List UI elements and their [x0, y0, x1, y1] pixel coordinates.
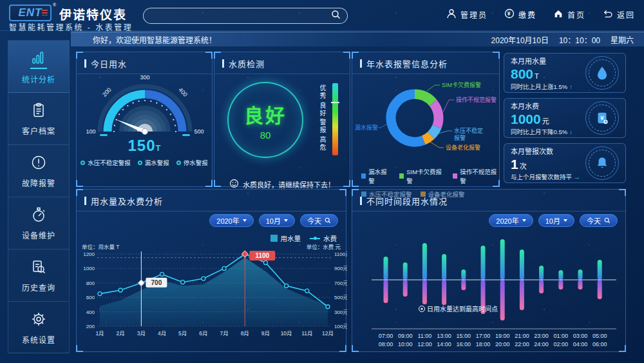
panel-usage-fee: 用水量及水费分析 2020年 10月 今天 用水量 水费 单位：用水量 T 单位…	[76, 189, 346, 352]
svg-text:700: 700	[151, 279, 162, 286]
svg-text:09:00: 09:00	[398, 333, 413, 339]
quality-score: 80	[260, 130, 271, 141]
sidebar-item-fault-alarm[interactable]: 故障报警	[8, 145, 69, 197]
svg-text:1100: 1100	[255, 252, 269, 259]
svg-text:设备老化报警: 设备老化报警	[446, 144, 480, 151]
user-icon	[446, 8, 457, 21]
svg-text:800: 800	[86, 280, 95, 286]
panel-title: 用水量及水费分析	[77, 190, 346, 211]
legend-swatch	[399, 173, 404, 179]
ring-icon	[176, 161, 181, 165]
svg-text:操作不规范报警: 操作不规范报警	[456, 96, 497, 103]
panel-title: 水质检测	[214, 52, 350, 74]
svg-text:10月: 10月	[281, 330, 292, 337]
svg-text:02:00: 02:00	[554, 341, 569, 348]
search-icon[interactable]	[331, 10, 341, 22]
dashboard-screen: ENT ® 伊诺特仪表 智慧能耗管理系统 - 水表管理 管理员	[0, 0, 644, 363]
nav-home[interactable]: 首页	[553, 8, 585, 21]
svg-text:3月: 3月	[137, 330, 146, 337]
stat-card-monthly-usage: 本月用水量 800T 同时比上月上涨1.5%↑	[504, 53, 626, 93]
scale-marker	[331, 102, 339, 103]
svg-text:04:00: 04:00	[573, 341, 588, 348]
svg-text:19:00: 19:00	[495, 333, 510, 339]
nav-back[interactable]: 返回	[602, 8, 635, 21]
search-input[interactable]	[150, 12, 331, 21]
search-icon	[604, 217, 611, 224]
svg-text:200: 200	[101, 86, 113, 98]
legend-item: 用水量	[270, 233, 301, 243]
nav-pay[interactable]: ¥ 缴费	[504, 8, 536, 21]
svg-text:18:00: 18:00	[476, 341, 491, 348]
svg-text:7月: 7月	[220, 330, 228, 337]
svg-text:200: 200	[86, 324, 95, 329]
svg-text:05:00: 05:00	[592, 333, 607, 339]
svg-text:1100元: 1100元	[334, 251, 347, 257]
year-filter-button[interactable]: 2020年	[209, 214, 253, 227]
svg-text:400: 400	[86, 309, 95, 315]
registered-mark: ®	[53, 3, 56, 7]
quality-scale-labels: 优秀 良好 警报 高危	[317, 83, 327, 153]
search-bar[interactable]	[143, 8, 348, 24]
svg-text:700元: 700元	[334, 280, 347, 286]
weekday-text: 星期六	[611, 34, 634, 45]
bell-icon	[585, 146, 619, 180]
quality-grade: 良好	[244, 100, 287, 128]
trend-up-arrow: ↑	[569, 83, 573, 90]
year-filter-button[interactable]: 2020年	[489, 214, 533, 227]
title-accent-bar	[360, 197, 362, 205]
month-filter-button[interactable]: 10月	[538, 214, 574, 227]
ring-icon	[138, 161, 142, 165]
legend-item: 操作不规范报警	[453, 167, 499, 185]
nav-admin[interactable]: 管理员	[446, 8, 488, 21]
sidebar-item-history[interactable]: 历史查询	[8, 250, 69, 302]
donut-legend-row: 漏水报警SIM卡欠费报警操作不规范报警	[361, 167, 499, 185]
alarm-legend: 水压不稳定警报 漏水警报 停水警报	[77, 158, 212, 167]
svg-text:12:00: 12:00	[417, 341, 432, 348]
svg-text:SIM卡欠费报警: SIM卡欠费报警	[442, 81, 481, 88]
logo-stripe-decoration	[42, 10, 48, 15]
svg-text:6月: 6月	[199, 330, 207, 337]
axis-units: 单位：用水量 T 单位：水费 元	[82, 242, 341, 250]
svg-text:5月: 5月	[178, 330, 187, 337]
datetime: 2020年10月10日 10：10：00 星期六	[491, 34, 634, 45]
alert-circle-icon	[30, 154, 47, 173]
history-search-icon	[30, 259, 47, 277]
today-filter-button[interactable]: 今天	[300, 214, 338, 227]
svg-text:14:00: 14:00	[437, 341, 451, 348]
quality-message: 水质良好，请继续保持下去！	[214, 179, 350, 190]
gauge-value: 150T	[77, 137, 212, 155]
svg-text:24:00: 24:00	[534, 341, 549, 348]
sidebar-item-statistics[interactable]: 统计分析	[8, 41, 69, 93]
quality-gradient-bar	[332, 83, 338, 155]
trend-flat-arrow: →	[574, 173, 580, 181]
svg-text:22:00: 22:00	[515, 341, 529, 348]
time-text: 10：10：00	[559, 34, 600, 45]
sidebar-item-customers[interactable]: 客户档案	[8, 93, 69, 145]
sidebar-item-settings[interactable]: 系统设置	[8, 302, 69, 354]
smiley-icon	[229, 179, 239, 190]
water-gauge-chart: 100200300400500	[77, 70, 213, 138]
date-text: 2020年10月10日	[491, 34, 549, 45]
chevron-down-icon	[243, 219, 247, 222]
svg-text:9月: 9月	[261, 330, 270, 337]
svg-text:06:00: 06:00	[592, 341, 607, 348]
chart-filters: 2020年 10月 今天	[204, 214, 338, 227]
month-filter-button[interactable]: 10月	[259, 214, 295, 227]
svg-text:¥: ¥	[507, 10, 512, 17]
today-filter-button[interactable]: 今天	[580, 214, 618, 227]
title-accent-bar	[360, 59, 362, 68]
brand-name: 伊诺特仪表	[59, 5, 127, 23]
svg-text:11:00: 11:00	[417, 333, 431, 339]
svg-text:500元: 500元	[334, 295, 347, 300]
trend-down-arrow: ↓	[569, 128, 573, 135]
sidebar-item-maintenance[interactable]: 设备维护	[8, 197, 69, 250]
svg-text:日用水量达到最高时间点: 日用水量达到最高时间点	[427, 305, 498, 313]
panel-title: 年水表报警信息分析	[352, 52, 499, 74]
svg-text:07:00: 07:00	[379, 333, 393, 339]
chevron-down-icon	[564, 219, 567, 222]
ent-logo: ENT	[9, 5, 52, 21]
legend-item: 水费	[310, 233, 337, 243]
home-icon	[553, 8, 564, 21]
line-chart-legend: 用水量 水费	[270, 233, 337, 243]
svg-text:1000: 1000	[83, 266, 95, 271]
